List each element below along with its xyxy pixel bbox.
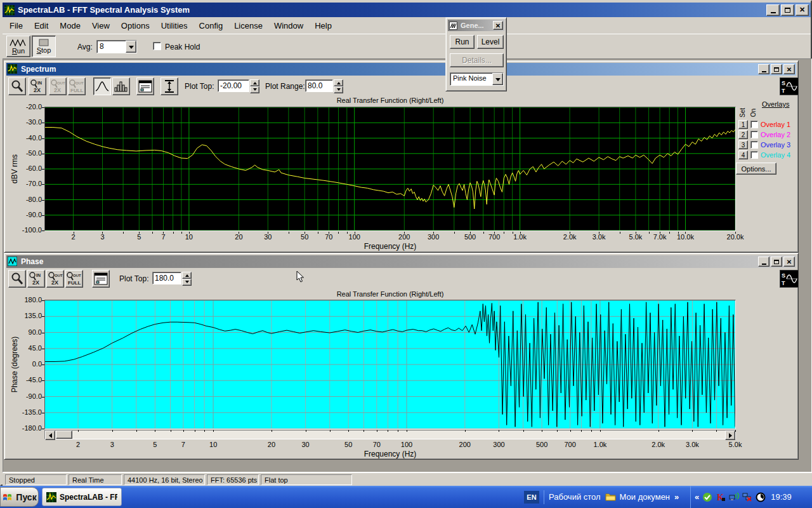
taskbar-clock: 19:39 xyxy=(771,492,792,502)
display-options-button[interactable] xyxy=(136,77,154,95)
tray-network-activity-icon[interactable] xyxy=(729,492,739,502)
avg-dropdown-arrow[interactable] xyxy=(126,41,136,53)
plot-range-input[interactable]: 80.0 xyxy=(305,79,333,92)
menu-edit[interactable]: Edit xyxy=(29,18,54,33)
phase-maximize-button[interactable] xyxy=(771,257,782,267)
overlay-set-button-1[interactable]: 1 xyxy=(738,120,748,129)
tray-antivirus-icon[interactable]: K xyxy=(716,492,726,502)
zoom-tool-button[interactable] xyxy=(8,77,26,95)
menu-file[interactable]: File xyxy=(4,18,29,33)
spectrum-plot-area[interactable] xyxy=(44,107,736,231)
start-button[interactable]: Пуск xyxy=(0,487,39,507)
magnifier-icon xyxy=(10,272,24,286)
system-tray: « K 19:39 xyxy=(690,486,812,508)
ytickmark xyxy=(42,215,44,216)
overlay-on-checkbox-4[interactable] xyxy=(750,151,758,159)
tray-clock-utility-icon[interactable] xyxy=(756,492,766,502)
vertical-scale-button[interactable] xyxy=(160,77,178,95)
overlay-on-checkbox-1[interactable] xyxy=(750,121,758,128)
phase-plot-area[interactable] xyxy=(44,300,736,429)
phase-plot-top-input[interactable]: 180.0 xyxy=(152,272,181,284)
avg-value: 8 xyxy=(97,41,126,53)
spectrum-signal-trigger-button[interactable]: ST xyxy=(780,77,799,95)
plot-range-spinner[interactable] xyxy=(334,79,343,92)
plot-top-spinner[interactable] xyxy=(250,79,259,92)
overlay-set-button-4[interactable]: 4 xyxy=(738,150,748,159)
my-documents-folder-icon[interactable] xyxy=(605,492,615,502)
tray-network-disconnected-icon[interactable] xyxy=(742,492,752,502)
scroll-right-button[interactable] xyxy=(725,431,735,440)
bar-plot-button[interactable] xyxy=(112,77,130,95)
scroll-thumb[interactable] xyxy=(56,431,72,439)
menu-window[interactable]: Window xyxy=(268,18,309,33)
chart-canvas xyxy=(45,107,735,231)
svg-text:2X: 2X xyxy=(51,279,58,286)
minimize-button[interactable] xyxy=(766,4,780,16)
xtickmark xyxy=(348,430,349,432)
spectrum-minimize-button[interactable] xyxy=(758,64,769,74)
generator-signal-combobox[interactable]: Pink Noise xyxy=(450,72,504,86)
xtickmark xyxy=(407,430,407,432)
menu-config[interactable]: Config xyxy=(193,18,229,33)
taskbar-task-spectralab[interactable]: SpectraLAB - FF... xyxy=(42,488,122,506)
menu-view[interactable]: View xyxy=(86,18,115,33)
band-overflow-chevron[interactable]: » xyxy=(674,492,679,502)
zoom-out-full-button[interactable]: OUTFULL xyxy=(68,77,86,95)
stop-button[interactable]: Stop xyxy=(32,36,56,57)
language-indicator[interactable]: EN xyxy=(524,491,539,504)
generator-close-button[interactable]: ✕ xyxy=(493,21,503,30)
scroll-left-button[interactable] xyxy=(45,431,55,440)
phase-zoom-in-2x-button[interactable]: IN2X xyxy=(27,270,45,288)
generator-run-button[interactable]: Run xyxy=(450,35,475,49)
overlay-set-button-2[interactable]: 2 xyxy=(738,130,748,139)
phase-titlebar[interactable]: Phase ✕ xyxy=(6,255,796,268)
phase-close-button[interactable]: ✕ xyxy=(783,257,795,267)
xticklabel: 2 xyxy=(62,441,94,448)
phase-display-options-button[interactable] xyxy=(92,270,110,288)
plot-range-label: Plot Range: xyxy=(265,82,305,91)
zoom-in-2x-button[interactable]: IN2X xyxy=(29,77,46,95)
zoom-out-2x-button[interactable]: OUT2X xyxy=(49,77,67,95)
desktop-band-label[interactable]: Рабочий стол xyxy=(549,492,601,502)
overlay-on-checkbox-2[interactable] xyxy=(750,131,758,138)
overlay-on-checkbox-3[interactable] xyxy=(750,141,758,149)
peak-hold-checkbox[interactable] xyxy=(153,42,161,50)
generator-titlebar[interactable]: Gene... ✕ xyxy=(448,20,504,31)
overlay-label-2: Overlay 2 xyxy=(761,131,790,138)
generator-level-button[interactable]: Level xyxy=(477,35,504,49)
svg-text:T: T xyxy=(782,280,785,286)
phase-signal-trigger-button[interactable]: ST xyxy=(780,270,799,288)
main-titlebar[interactable]: SpectraLAB - FFT Spectral Analysis Syste… xyxy=(3,3,811,17)
run-button[interactable]: Run xyxy=(6,36,30,57)
tray-collapse-chevron[interactable]: « xyxy=(695,492,699,502)
plot-top-input[interactable]: -20.00 xyxy=(218,79,249,92)
phase-plot-top-spinner[interactable] xyxy=(182,272,192,284)
tray-messenger-icon[interactable] xyxy=(702,492,712,502)
overlay-set-button-3[interactable]: 3 xyxy=(738,140,748,149)
avg-combobox[interactable]: 8 xyxy=(96,40,137,53)
yticklabel: -40.0 xyxy=(13,134,42,142)
phase-minimize-button[interactable] xyxy=(758,257,769,267)
generator-signal-dropdown-arrow[interactable] xyxy=(492,73,503,85)
spectrum-titlebar[interactable]: Spectrum ✕ xyxy=(6,63,796,76)
phase-h-scrollbar[interactable] xyxy=(44,430,736,439)
documents-band-label[interactable]: Мои докумен xyxy=(620,492,670,502)
menu-mode[interactable]: Mode xyxy=(54,18,86,33)
xtickmark xyxy=(600,430,601,432)
close-button[interactable]: ✕ xyxy=(796,4,809,16)
phase-zoom-out-full-button[interactable]: OUTFULL xyxy=(65,270,83,288)
yticklabel: -45.0 xyxy=(13,376,42,384)
spectrum-maximize-button[interactable] xyxy=(771,64,782,74)
xticklabel: 3.0k xyxy=(583,233,615,241)
line-plot-button[interactable] xyxy=(93,77,111,95)
xticklabel: 10 xyxy=(173,233,205,241)
spectrum-close-button[interactable]: ✕ xyxy=(783,64,795,74)
maximize-button[interactable] xyxy=(781,4,794,16)
menu-license[interactable]: License xyxy=(228,18,268,33)
menu-options[interactable]: Options xyxy=(115,18,155,33)
phase-zoom-out-2x-button[interactable]: OUT2X xyxy=(46,270,64,288)
phase-zoom-tool-button[interactable] xyxy=(8,270,26,288)
overlays-options-button[interactable]: Options... xyxy=(736,163,776,175)
menu-help[interactable]: Help xyxy=(309,18,337,33)
menu-utilities[interactable]: Utilities xyxy=(155,18,193,33)
